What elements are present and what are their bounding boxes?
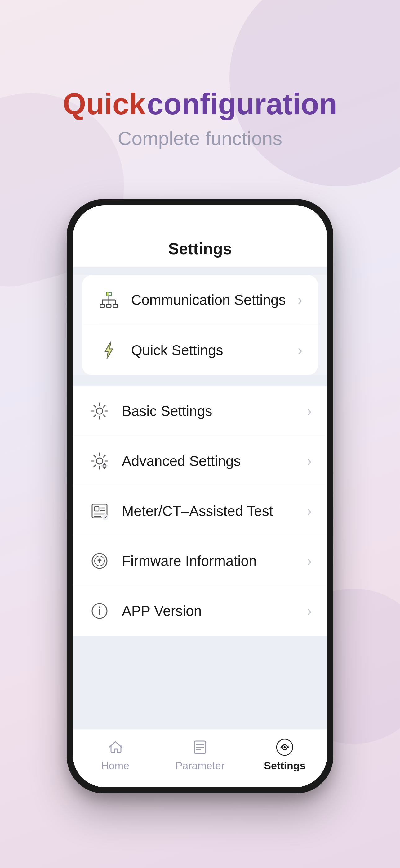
info-icon bbox=[88, 600, 111, 622]
tab-settings-label: Settings bbox=[264, 760, 305, 772]
tab-bar: Home Parameter bbox=[73, 729, 327, 787]
tab-settings[interactable]: Settings bbox=[242, 739, 327, 772]
tab-parameter[interactable]: Parameter bbox=[158, 739, 242, 772]
meter-ct-test-label: Meter/CT–Assisted Test bbox=[122, 503, 307, 519]
app-version-item[interactable]: APP Version › bbox=[73, 586, 327, 636]
svg-rect-2 bbox=[107, 304, 111, 307]
gear-icon bbox=[88, 400, 111, 422]
tab-home[interactable]: Home bbox=[73, 739, 158, 772]
top-card-group: Communication Settings › Quic bbox=[82, 275, 318, 375]
screen-content: Communication Settings › Quic bbox=[73, 268, 327, 729]
app-header: Settings bbox=[73, 230, 327, 268]
lightning-icon bbox=[98, 339, 120, 361]
firmware-information-item[interactable]: Firmware Information › bbox=[73, 536, 327, 586]
chevron-right-icon-5: › bbox=[307, 503, 312, 519]
bottom-gap bbox=[73, 636, 327, 729]
svg-point-38 bbox=[280, 746, 282, 748]
meter-ct-test-item[interactable]: Meter/CT–Assisted Test › bbox=[73, 486, 327, 536]
quick-settings-label: Quick Settings bbox=[131, 342, 298, 359]
firmware-information-label: Firmware Information bbox=[122, 553, 307, 569]
firmware-icon bbox=[88, 550, 111, 572]
network-icon bbox=[98, 289, 120, 311]
svg-rect-10 bbox=[107, 292, 108, 296]
quick-settings-item[interactable]: Quick Settings › bbox=[82, 326, 318, 375]
chevron-right-icon: › bbox=[298, 292, 302, 308]
svg-point-29 bbox=[99, 607, 100, 608]
title-quick: Quick bbox=[63, 87, 146, 120]
phone-mockup: Settings bbox=[67, 199, 333, 794]
settings-tab-icon bbox=[276, 739, 293, 756]
communication-settings-label: Communication Settings bbox=[131, 291, 298, 308]
chevron-right-icon-3: › bbox=[307, 403, 312, 419]
phone-screen: Settings bbox=[73, 205, 327, 787]
status-bar bbox=[73, 205, 327, 230]
svg-rect-3 bbox=[113, 304, 118, 307]
basic-settings-item[interactable]: Basic Settings › bbox=[73, 386, 327, 436]
advanced-settings-label: Advanced Settings bbox=[122, 453, 307, 469]
top-gap bbox=[73, 268, 327, 275]
advanced-settings-item[interactable]: Advanced Settings › bbox=[73, 436, 327, 486]
phone-frame: Settings bbox=[67, 199, 333, 794]
screen-title: Settings bbox=[73, 239, 327, 258]
chevron-right-icon-6: › bbox=[307, 553, 312, 569]
svg-point-37 bbox=[284, 746, 286, 748]
svg-point-13 bbox=[96, 408, 103, 414]
chevron-right-icon-7: › bbox=[307, 603, 312, 619]
svg-rect-18 bbox=[95, 507, 99, 511]
meter-icon bbox=[88, 500, 111, 522]
page-subtitle: Complete functions bbox=[63, 127, 337, 149]
title-configuration: configuration bbox=[147, 87, 337, 120]
app-version-label: APP Version bbox=[122, 602, 307, 619]
basic-settings-label: Basic Settings bbox=[122, 403, 307, 420]
home-icon bbox=[107, 739, 124, 756]
parameter-icon bbox=[191, 739, 209, 756]
chevron-right-icon-4: › bbox=[307, 453, 312, 469]
communication-settings-item[interactable]: Communication Settings › bbox=[82, 275, 318, 325]
svg-point-23 bbox=[102, 514, 108, 520]
tab-parameter-label: Parameter bbox=[175, 760, 225, 772]
svg-point-39 bbox=[287, 746, 289, 748]
svg-point-14 bbox=[96, 458, 103, 464]
main-card-group: Basic Settings › bbox=[73, 386, 327, 636]
chevron-right-icon-2: › bbox=[298, 342, 302, 358]
section-gap-1 bbox=[73, 375, 327, 386]
svg-rect-1 bbox=[100, 304, 104, 307]
gear-advanced-icon bbox=[88, 450, 111, 472]
tab-home-label: Home bbox=[101, 760, 129, 772]
page-header: Quick configuration Complete functions bbox=[63, 87, 337, 149]
page-title-line1: Quick configuration bbox=[63, 87, 337, 121]
